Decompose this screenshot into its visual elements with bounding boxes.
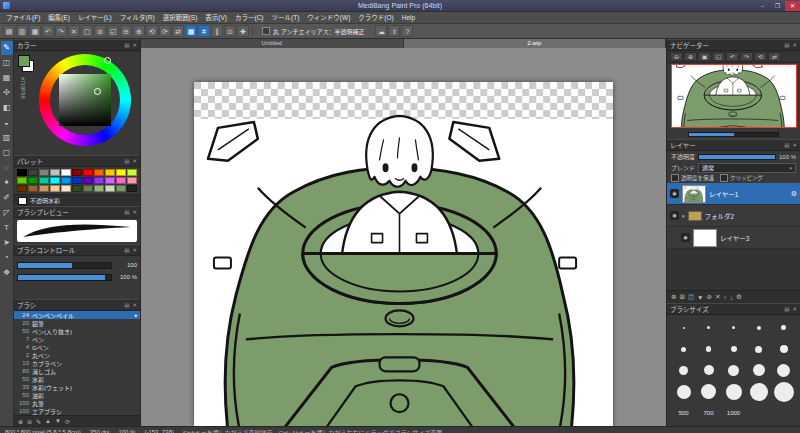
palette-swatch[interactable] [28,169,38,176]
palette-swatch[interactable] [94,177,104,184]
new-canvas-icon[interactable]: ▤ [3,25,15,37]
eraser-tool-icon[interactable]: ◫ [1,56,13,70]
palette-swatch[interactable] [61,169,71,176]
フォルダ2[interactable]: ◉ ▾ フォルダ2 [667,205,800,227]
snap-radial-icon[interactable]: ⊙ [224,25,236,37]
navigator-zoom-slider[interactable] [688,132,779,137]
foreground-color-swatch[interactable] [18,55,30,67]
palette-swatch[interactable] [50,177,60,184]
add-brush-icon[interactable]: ⊕ [18,418,23,425]
palette-swatch[interactable] [72,169,82,176]
brush-size-preset[interactable] [746,320,771,336]
clear-layer-icon[interactable]: ⊘ [707,293,712,301]
palette-swatch[interactable] [28,185,38,192]
zoom-out-icon[interactable]: ⊖ [120,25,132,37]
palette-swatch[interactable] [116,185,126,192]
brush-size-preset[interactable] [746,341,771,357]
brush-size-preset[interactable] [721,362,746,378]
brush-size-preset[interactable] [746,384,771,400]
redo-icon[interactable]: ↷ [55,25,67,37]
zoom-in-icon[interactable]: ⊕ [133,25,145,37]
layer-visibility-icon[interactable]: ◉ [681,233,690,242]
eyedropper-tool-icon[interactable]: ◔ [1,251,13,265]
nav-rotate-left-icon[interactable]: ↶ [726,52,739,61]
brush-size-preset[interactable] [696,384,721,400]
panel-menu-icon[interactable]: ▤ [124,158,129,164]
edit-brush-icon[interactable]: ✎ [36,418,41,425]
rotate-left-icon[interactable]: ⟲ [146,25,158,37]
palette-swatch[interactable] [28,177,38,184]
menu-item[interactable]: カラー(C) [231,12,268,23]
remove-brush-icon[interactable]: ⊖ [27,418,32,425]
palette-swatch[interactable] [94,169,104,176]
snap-parallel-icon[interactable]: ∥ [211,25,223,37]
palette-swatch[interactable] [50,169,60,176]
palette-swatch[interactable] [127,177,137,184]
palette-swatch[interactable] [50,185,60,192]
slider-track[interactable] [17,274,112,281]
move-layer-down-icon[interactable]: ↓ [730,294,733,301]
panel-menu-icon[interactable]: ▤ [784,306,789,312]
merge-down-icon[interactable]: ▼ [697,294,703,301]
canvas-viewport[interactable] [141,48,666,426]
nav-zoom-out-icon[interactable]: ⊖ [670,52,683,61]
brush-size-preset[interactable] [696,320,721,336]
menu-item[interactable]: Help [398,12,419,23]
palette-swatch[interactable] [72,177,82,184]
menu-item[interactable]: ファイル(F) [2,12,44,23]
panel-close-icon[interactable]: ✕ [792,142,797,148]
panel-menu-icon[interactable]: ▤ [124,209,129,215]
panel-menu-icon[interactable]: ▤ [124,302,129,308]
brush-size-preset[interactable] [721,341,746,357]
add-folder-icon[interactable]: ⊞ [679,293,684,301]
panel-close-icon[interactable]: ✕ [132,158,137,164]
open-icon[interactable]: ▥ [16,25,28,37]
brush-size-preset[interactable] [746,362,771,378]
palette-selected-row[interactable]: 不透明水彩 [14,194,140,206]
clipping-checkbox[interactable]: クリッピング [720,174,763,182]
palette-swatch[interactable] [39,185,49,192]
レイヤー3[interactable]: ◉ ▾ レイヤー3 [667,227,800,249]
layer-visibility-icon[interactable]: ◉ [670,189,679,198]
menu-item[interactable]: フィルタ(R) [116,12,159,23]
reset-brush-icon[interactable]: ⟳ [65,418,70,425]
nav-reset-rotation-icon[interactable]: ⟲ [754,52,767,61]
nav-rotate-right-icon[interactable]: ↷ [740,52,753,61]
gradient-tool-icon[interactable]: ▥ [1,131,13,145]
panel-close-icon[interactable]: ✕ [132,209,137,215]
minimize-button[interactable]: – [755,1,770,11]
palette-swatch[interactable] [83,185,93,192]
palette-swatch[interactable] [83,169,93,176]
deselect-icon[interactable]: ⊘ [94,25,106,37]
cloud-upload-icon[interactable]: ⇪ [388,25,400,37]
select-tool-icon[interactable]: ▢ [1,146,13,160]
magic-wand-tool-icon[interactable]: ✦ [1,176,13,190]
canvas-document[interactable] [194,82,613,426]
panel-menu-icon[interactable]: ▤ [124,42,129,48]
save-icon[interactable]: ▦ [29,25,41,37]
menu-item[interactable]: 表示(V) [201,12,231,23]
close-button[interactable]: ✕ [785,1,800,11]
move-layer-up-icon[interactable]: ↑ [723,294,726,301]
panel-close-icon[interactable]: ✕ [792,42,797,48]
brush-size-preset[interactable] [771,320,796,336]
panel-close-icon[interactable]: ✕ [792,306,797,312]
menu-item[interactable]: ウィンドウ(W) [303,12,354,23]
navigator-thumbnail[interactable] [672,65,796,127]
エアブラシ[interactable]: 100 エアブラシ [14,407,140,415]
hand-tool-icon[interactable]: ❖ [1,266,13,280]
brush-size-preset[interactable]: 700 [696,405,721,421]
lasso-tool-icon[interactable]: ◌ [1,161,13,175]
help-icon[interactable]: ? [401,25,413,37]
undo-icon[interactable]: ↶ [42,25,54,37]
folder-expand-icon[interactable]: ▾ [682,213,685,219]
brush-size-preset[interactable] [696,341,721,357]
slider-track[interactable] [17,262,112,269]
panel-menu-icon[interactable]: ▤ [784,142,789,148]
brush-size-preset[interactable]: 500 [671,405,696,421]
menu-item[interactable]: レイヤー(L) [74,12,116,23]
layer-visibility-icon[interactable]: ◉ [670,211,679,220]
select-all-icon[interactable]: ▢ [81,25,93,37]
document-tab[interactable]: Untitled [141,39,404,48]
bucket-tool-icon[interactable]: ◒ [1,116,13,130]
